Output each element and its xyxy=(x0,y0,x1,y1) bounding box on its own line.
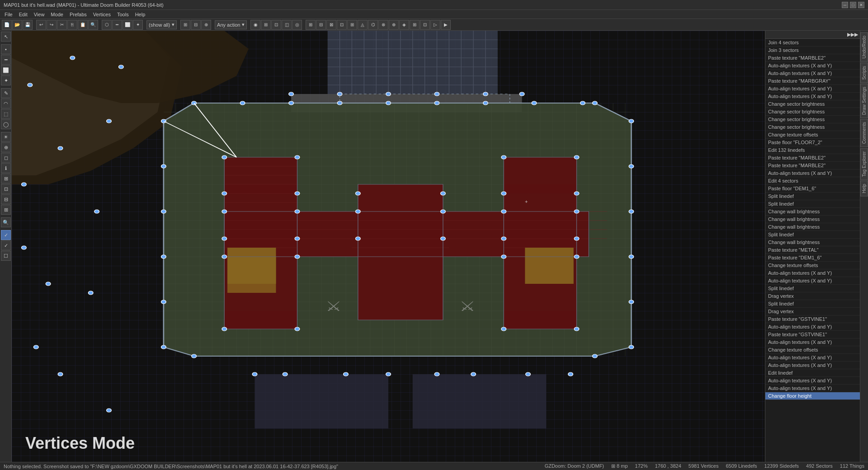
lt-ellipse[interactable]: ◯ xyxy=(1,119,11,129)
lt-join[interactable]: ⊞ xyxy=(1,205,11,215)
history-item[interactable]: Drag vertex xyxy=(765,308,860,315)
lt-rect[interactable]: ⬚ xyxy=(1,109,11,119)
menubar-item-tools[interactable]: Tools xyxy=(114,11,132,18)
history-item[interactable]: Paste floor "DEM1_6" xyxy=(765,185,860,193)
history-item[interactable]: Auto-align textures (X and Y) xyxy=(765,70,860,77)
history-item[interactable]: Change texture offsets xyxy=(765,346,860,354)
side-tab-undo-redo[interactable]: Undo/Redo xyxy=(860,33,868,62)
zoom-in-btn[interactable]: ⊕ xyxy=(201,20,211,30)
side-tab-tag-explorer[interactable]: Tag Explorer xyxy=(860,148,868,180)
history-item[interactable]: Change sector brightness xyxy=(765,116,860,123)
history-item[interactable]: Auto-align textures (X and Y) xyxy=(765,62,860,70)
history-item[interactable]: Paste floor "FLOOR7_2" xyxy=(765,139,860,146)
find-button[interactable]: 🔍 xyxy=(88,20,98,30)
sectors-mode-btn[interactable]: ⬜ xyxy=(123,20,132,30)
menubar-item-view[interactable]: View xyxy=(31,11,47,18)
grid-snap-btn[interactable]: ⊟ xyxy=(191,20,201,30)
extra-btn11[interactable]: ⊞ xyxy=(410,20,420,30)
history-item[interactable]: Edit 132 linedefs xyxy=(765,146,860,154)
history-item[interactable]: Split linedef xyxy=(765,231,860,239)
lt-curve[interactable]: ◠ xyxy=(1,99,11,108)
lt-zoom[interactable]: 🔍 xyxy=(1,217,11,227)
lt-active2[interactable]: ✓ xyxy=(1,240,11,250)
history-item[interactable]: Auto-align textures (X and Y) xyxy=(765,338,860,346)
menubar-item-edit[interactable]: Edit xyxy=(16,11,30,18)
lt-draw[interactable]: ✎ xyxy=(1,88,11,98)
history-item[interactable]: Paste texture "GSTVINE1" xyxy=(765,315,860,323)
lt-active1[interactable]: ✓ xyxy=(1,230,11,240)
history-item[interactable]: Join 4 sectors xyxy=(765,39,860,47)
extra-btn8[interactable]: ⊗ xyxy=(378,20,388,30)
menubar-item-vertices[interactable]: Vertices xyxy=(90,11,113,18)
history-item[interactable]: Auto-align textures (X and Y) xyxy=(765,323,860,331)
maximize-button[interactable]: □ xyxy=(850,2,856,8)
lt-info[interactable]: ℹ xyxy=(1,163,11,173)
redo-button[interactable]: ↪ xyxy=(47,20,57,30)
history-item[interactable]: Change wall brightness xyxy=(765,239,860,246)
undo-button[interactable]: ↩ xyxy=(36,20,46,30)
history-item[interactable]: Drag vertex xyxy=(765,292,860,300)
lt-flip[interactable]: ⊡ xyxy=(1,184,11,194)
lt-brightness[interactable]: ☀ xyxy=(1,132,11,142)
extra-btn3[interactable]: ⊠ xyxy=(326,20,336,30)
extra-btn14[interactable]: ▶ xyxy=(441,20,451,30)
history-item[interactable]: Change sector brightness xyxy=(765,108,860,116)
things-mode-btn[interactable]: ✦ xyxy=(133,20,143,30)
side-tab-draw-settings[interactable]: Draw Settings xyxy=(860,84,868,118)
extra-btn7[interactable]: ⌬ xyxy=(368,20,378,30)
action-dropdown[interactable]: Any action ▾ xyxy=(215,20,247,29)
extra-btn1[interactable]: ⊞ xyxy=(306,20,316,30)
grid-btn[interactable]: ⊞ xyxy=(180,20,190,30)
side-tab-help[interactable]: Help xyxy=(860,181,868,197)
history-item[interactable]: Change sector brightness xyxy=(765,123,860,131)
history-item[interactable]: Join 3 sectors xyxy=(765,47,860,54)
copy-button[interactable]: ⎘ xyxy=(67,20,77,30)
lt-vertices[interactable]: • xyxy=(1,44,11,54)
lt-split[interactable]: ⊟ xyxy=(1,194,11,204)
extra-btn4[interactable]: ⊡ xyxy=(337,20,347,30)
history-item[interactable]: Auto-align textures (X and Y) xyxy=(765,93,860,100)
close-button[interactable]: ✕ xyxy=(858,2,864,8)
extra-btn2[interactable]: ⊟ xyxy=(316,20,326,30)
history-item[interactable]: Auto-align textures (X and Y) xyxy=(765,385,860,392)
map-canvas[interactable]: ⚔ ⚔ xyxy=(12,31,765,462)
history-item[interactable]: Change floor height xyxy=(765,392,860,400)
history-item[interactable]: Auto-align textures (X and Y) xyxy=(765,362,860,369)
history-list[interactable]: Join 4 sectorsJoin 3 sectorsPaste textur… xyxy=(765,39,860,462)
lt-effect[interactable]: ◻ xyxy=(1,153,11,163)
menubar-item-mode[interactable]: Mode xyxy=(48,11,66,18)
history-item[interactable]: Change wall brightness xyxy=(765,208,860,216)
lt-linedefs[interactable]: ━ xyxy=(1,55,11,65)
history-item[interactable]: Paste texture "DEM1_6" xyxy=(765,254,860,262)
history-item[interactable]: Auto-align textures (X and Y) xyxy=(765,377,860,385)
extra-btn5[interactable]: ⊞ xyxy=(347,20,357,30)
history-item[interactable]: Paste texture "GSTVINE1" xyxy=(765,331,860,338)
history-item[interactable]: Edit 4 sectors xyxy=(765,177,860,185)
lt-things[interactable]: ✦ xyxy=(1,75,11,85)
history-item[interactable]: Paste texture "MARBLE2" xyxy=(765,154,860,162)
history-item[interactable]: Auto-align textures (X and Y) xyxy=(765,354,860,362)
minimize-button[interactable]: ─ xyxy=(842,2,848,8)
lt-tag[interactable]: ⊕ xyxy=(1,142,11,152)
paste-button[interactable]: 📋 xyxy=(78,20,88,30)
history-item[interactable]: Auto-align textures (X and Y) xyxy=(765,169,860,177)
history-item[interactable]: Paste texture "MARBGRAY" xyxy=(765,77,860,85)
panel-nav-icon[interactable]: ▶▶▶ xyxy=(847,32,858,38)
lt-check[interactable]: ☐ xyxy=(1,251,11,261)
history-item[interactable]: Auto-align textures (X and Y) xyxy=(765,85,860,93)
open-button[interactable]: 📂 xyxy=(12,20,22,30)
history-item[interactable]: Paste texture "METAL" xyxy=(765,246,860,254)
extra-btn10[interactable]: ◈ xyxy=(399,20,409,30)
extra-btn12[interactable]: ⊡ xyxy=(420,20,430,30)
menubar-item-prefabs[interactable]: Prefabs xyxy=(67,11,90,18)
filter-dropdown[interactable]: (show all) ▾ xyxy=(146,20,177,29)
linedefs-mode-btn[interactable]: ━ xyxy=(112,20,122,30)
save-button[interactable]: 💾 xyxy=(23,20,33,30)
history-item[interactable]: Paste texture "MARBLE2" xyxy=(765,162,860,169)
history-item[interactable]: Change wall brightness xyxy=(765,216,860,223)
history-item[interactable]: Change texture offsets xyxy=(765,262,860,269)
extra-btn6[interactable]: ◬ xyxy=(358,20,368,30)
lt-select[interactable]: ↖ xyxy=(1,32,11,42)
extra-btn9[interactable]: ⊕ xyxy=(389,20,399,30)
snap-btn2[interactable]: ⊞ xyxy=(261,20,271,30)
